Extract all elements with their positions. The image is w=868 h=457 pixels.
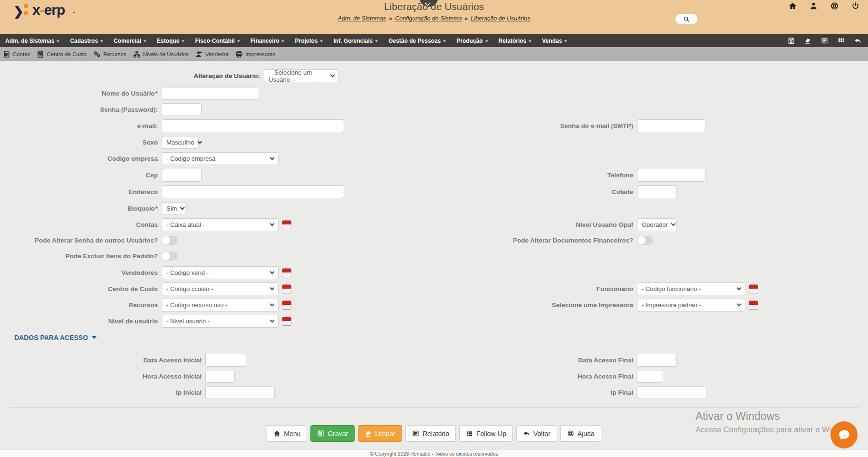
limpar-button[interactable]: Limpar bbox=[358, 425, 402, 442]
data-acesso-final-input[interactable] bbox=[637, 354, 677, 367]
follow-up-button[interactable]: Follow-Up bbox=[459, 425, 513, 442]
row-alteracao-usuario: Alteração de Usuário: -- Selecione um Us… bbox=[0, 69, 339, 82]
field-label: Telefone bbox=[475, 172, 633, 179]
centro-custo-register-icon[interactable] bbox=[282, 284, 291, 293]
vendedores-select[interactable]: - Codigo vend - bbox=[162, 266, 279, 279]
centro-custo-select[interactable]: - Codigo ccusto - bbox=[162, 282, 279, 295]
senha-input[interactable] bbox=[162, 103, 202, 116]
menu-projetos[interactable]: Projetos bbox=[289, 38, 328, 44]
chat-button[interactable] bbox=[830, 421, 858, 448]
menu-comercial[interactable]: Comercial bbox=[108, 38, 152, 44]
menu-fisco-contabil[interactable]: Fisco-Contábil bbox=[190, 38, 245, 44]
field-label: Ip Final bbox=[475, 389, 633, 396]
shortcut-impressoras[interactable]: Impressoras bbox=[235, 50, 275, 58]
endereco-input[interactable] bbox=[162, 185, 344, 198]
hora-acesso-final-input[interactable] bbox=[637, 370, 663, 383]
nivel-usuario-select[interactable]: - Nivel usuario - bbox=[162, 315, 279, 328]
relatorio-button[interactable]: Relatório bbox=[405, 425, 456, 442]
nome-usuario-input[interactable] bbox=[162, 87, 259, 100]
ip-final-input[interactable] bbox=[637, 386, 706, 399]
menu-estoque[interactable]: Estoque bbox=[152, 38, 190, 44]
field-label: Nivel Usuario Opaf bbox=[475, 221, 633, 228]
gravar-button[interactable]: Gravar bbox=[310, 425, 355, 442]
user-icon[interactable] bbox=[810, 2, 818, 10]
contas-select[interactable]: - Caixa atual - bbox=[162, 218, 279, 231]
shortcut-centro-de-custo[interactable]: Centro de Custo bbox=[37, 50, 87, 58]
menu-inf-gerenciais[interactable]: Inf. Gerenciais bbox=[328, 38, 383, 44]
cidade-input[interactable] bbox=[637, 185, 677, 198]
help-icon[interactable] bbox=[830, 2, 839, 10]
menu-financeiro[interactable]: Financeiro bbox=[245, 38, 290, 44]
ip-inicial-input[interactable] bbox=[205, 386, 275, 399]
menu-adm-de-sistemas[interactable]: Adm. de Sistemas bbox=[0, 38, 65, 44]
field-label: Recursos bbox=[0, 301, 158, 309]
chat-bubble-icon bbox=[837, 428, 851, 442]
contas-register-icon[interactable] bbox=[282, 220, 291, 229]
funcionario-select[interactable]: - Codigo funcionario - bbox=[637, 282, 745, 295]
user-select[interactable]: -- Selecione um Usuário -- bbox=[264, 69, 339, 82]
telefone-input[interactable] bbox=[637, 169, 705, 182]
breadcrumb-link[interactable]: Configuração do Sistema bbox=[395, 15, 462, 22]
funcionario-register-icon[interactable] bbox=[749, 284, 758, 293]
nivel-opaf-select[interactable]: Operador bbox=[637, 218, 677, 231]
eraser-icon[interactable] bbox=[804, 37, 811, 44]
vendedores-register-icon[interactable] bbox=[282, 268, 291, 277]
codigo-empresa-select[interactable]: - Codigo empresa - bbox=[162, 152, 279, 165]
email-input[interactable] bbox=[162, 119, 344, 132]
field-label: Cep bbox=[0, 172, 158, 179]
section-dados-para-acesso[interactable]: DADOS PARA ACESSO bbox=[14, 334, 96, 341]
row-contas: Contas - Caixa atual - bbox=[0, 218, 291, 231]
sexo-select[interactable]: Masculino bbox=[162, 136, 199, 149]
pode-alterar-docs-toggle[interactable] bbox=[637, 236, 653, 245]
pode-alterar-senha-toggle[interactable] bbox=[162, 236, 178, 245]
copyright-text: © Copyright 2023 Rentatec - Todos os dir… bbox=[370, 451, 498, 457]
field-label: Nome do Usuário* bbox=[0, 90, 158, 97]
field-label: Alteração de Usuário: bbox=[0, 72, 260, 79]
senha-smtp-input[interactable] bbox=[637, 119, 705, 132]
breadcrumb-link[interactable]: Liberação de Usuários bbox=[471, 15, 530, 22]
impressora-select[interactable]: - Impressora padrao - bbox=[637, 299, 745, 311]
row-recursos: Recursos - Codigo recurso usu - bbox=[0, 299, 291, 311]
action-bar: Menu Gravar Limpar Relatório Follow-Up V… bbox=[0, 425, 868, 442]
nivel-usuario-register-icon[interactable] bbox=[282, 317, 291, 326]
pode-excluir-itens-toggle[interactable] bbox=[162, 252, 178, 261]
power-icon[interactable] bbox=[851, 2, 859, 10]
shortcut-niveis-de-usuarios[interactable]: Niveis de Usuários bbox=[133, 50, 189, 58]
undo-icon[interactable] bbox=[854, 37, 861, 44]
menu-relatorios[interactable]: Relatórios bbox=[493, 38, 537, 44]
cep-input[interactable] bbox=[162, 169, 202, 182]
search-button[interactable] bbox=[675, 14, 697, 24]
menu-producao[interactable]: Produção bbox=[451, 38, 493, 44]
caret-down-icon bbox=[92, 336, 96, 339]
menu-gestao-de-pessoas[interactable]: Gestão de Pessoas bbox=[383, 38, 451, 44]
data-acesso-inicial-input[interactable] bbox=[205, 354, 246, 367]
recursos-select[interactable]: - Codigo recurso usu - bbox=[162, 299, 279, 311]
report-icon[interactable] bbox=[821, 37, 828, 44]
chevron-down-icon bbox=[270, 156, 275, 160]
menu-vendas[interactable]: Vendas bbox=[537, 38, 572, 44]
shortcut-recursos[interactable]: Recursos bbox=[93, 50, 126, 58]
home-icon[interactable] bbox=[789, 2, 797, 10]
impressora-register-icon[interactable] bbox=[749, 301, 758, 310]
chevron-down-icon bbox=[270, 222, 275, 226]
breadcrumb-link[interactable]: Adm. de Sistemas bbox=[338, 15, 386, 22]
recursos-register-icon[interactable] bbox=[282, 301, 291, 310]
grid-icon[interactable] bbox=[838, 37, 845, 44]
shortcut-contas[interactable]: Contas bbox=[3, 50, 30, 58]
hora-acesso-inicial-input[interactable] bbox=[205, 370, 235, 383]
row-data-inicial: Data Acesso Inicial bbox=[0, 354, 246, 367]
row-cep: Cep bbox=[0, 169, 202, 182]
menu-button[interactable]: Menu bbox=[267, 425, 307, 442]
menu-cadastros[interactable]: Cadastros bbox=[65, 38, 108, 44]
chevron-down-icon bbox=[485, 40, 488, 42]
save-icon[interactable] bbox=[788, 37, 795, 44]
row-nome: Nome do Usuário* bbox=[0, 87, 259, 100]
shortcut-vendedor[interactable]: Vendedor bbox=[195, 50, 229, 58]
row-senha-smtp: Senha do e-mail (SMTP) bbox=[475, 119, 705, 132]
chevron-down-icon bbox=[57, 40, 59, 42]
voltar-button[interactable]: Voltar bbox=[516, 425, 557, 442]
bloqueio-select[interactable]: Sim bbox=[162, 202, 185, 215]
ajuda-button[interactable]: Ajuda bbox=[560, 425, 601, 442]
row-centro-custo: Centro de Custo - Codigo ccusto - bbox=[0, 282, 291, 295]
row-sexo: Sexo Masculino bbox=[0, 136, 199, 149]
